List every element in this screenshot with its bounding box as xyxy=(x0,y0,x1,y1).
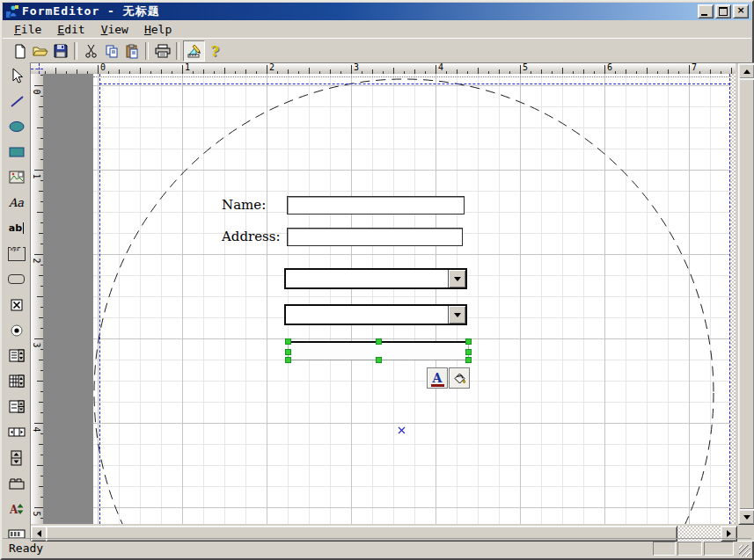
close-button[interactable]: × xyxy=(733,4,749,18)
design-mode-button[interactable] xyxy=(183,40,205,62)
listbox-tool[interactable] xyxy=(3,343,30,368)
checkbox-tool[interactable] xyxy=(3,292,30,317)
name-input[interactable] xyxy=(287,196,465,215)
title-bar[interactable]: FormEditor - 无标题 × xyxy=(3,3,751,20)
font-color-icon: A xyxy=(433,372,443,384)
image-tool[interactable] xyxy=(3,164,30,190)
radio-icon xyxy=(10,324,24,338)
resize-grip[interactable] xyxy=(739,545,750,556)
resize-handle-nw[interactable] xyxy=(285,338,291,345)
tabstrip-icon xyxy=(8,476,26,491)
grid-tool[interactable] xyxy=(3,368,30,394)
insertion-cross-marker xyxy=(397,425,406,435)
line-icon xyxy=(8,93,26,109)
window-title: FormEditor - 无标题 xyxy=(22,4,160,19)
save-button[interactable] xyxy=(50,41,70,61)
paste-button[interactable] xyxy=(121,41,142,61)
text-tool-icon: Aa xyxy=(9,196,24,209)
cut-button[interactable] xyxy=(81,41,101,61)
ellipse-tool[interactable] xyxy=(3,113,30,139)
menu-file[interactable]: File xyxy=(6,22,49,37)
app-window: FormEditor - 无标题 × File Edit View Help xyxy=(0,0,754,560)
hruler-label: 0 xyxy=(100,62,106,72)
combobox-1-value xyxy=(286,270,448,287)
resize-handle-e[interactable] xyxy=(465,349,472,355)
design-surface[interactable]: Name: Address: xyxy=(43,74,736,524)
font-scale-tool[interactable]: A xyxy=(3,496,30,521)
font-color-button[interactable]: A xyxy=(427,367,448,389)
maximize-button[interactable] xyxy=(715,4,731,18)
hruler-label: 1 xyxy=(185,62,190,72)
form-ellipse-shape[interactable] xyxy=(43,74,736,524)
progressbar-tool[interactable] xyxy=(3,521,30,540)
name-label: Name: xyxy=(222,197,266,213)
spinner-icon xyxy=(10,450,23,466)
spin-list-tool[interactable] xyxy=(3,394,30,419)
resize-handle-ne[interactable] xyxy=(465,338,472,345)
open-folder-icon xyxy=(32,44,48,58)
vruler-label: 5 xyxy=(32,509,41,520)
ellipse-icon xyxy=(8,120,26,134)
button-tool[interactable] xyxy=(3,266,30,292)
combobox-2-dropdown-button[interactable] xyxy=(448,306,465,324)
app-icon xyxy=(5,4,19,18)
status-panel xyxy=(677,542,702,556)
toolbar-separator xyxy=(145,42,149,60)
editbox-tool[interactable]: ab xyxy=(3,215,30,241)
resize-handle-se[interactable] xyxy=(465,357,472,363)
resize-handle-n[interactable] xyxy=(376,338,382,345)
hscrollbar-tool[interactable] xyxy=(3,419,30,445)
spin-list-icon xyxy=(8,399,26,414)
vertical-scroll-thumb[interactable] xyxy=(738,78,754,510)
address-input[interactable] xyxy=(287,228,463,246)
copy-button[interactable] xyxy=(101,41,121,61)
help-icon: ? xyxy=(211,43,219,60)
hruler-label: 2 xyxy=(269,62,275,72)
new-button[interactable] xyxy=(10,41,30,61)
open-button[interactable] xyxy=(30,41,50,61)
text-tool[interactable]: Aa xyxy=(3,190,30,215)
tabstrip-tool[interactable] xyxy=(3,470,30,496)
combobox-1[interactable] xyxy=(284,268,467,289)
hruler-label: 5 xyxy=(523,62,528,72)
label-tool-icon: xyz xyxy=(8,247,26,261)
font-scale-icon: A xyxy=(8,502,26,516)
toolbar-separator xyxy=(74,42,77,60)
combobox-2-value xyxy=(286,306,448,324)
menu-edit[interactable]: Edit xyxy=(49,22,92,37)
resize-handle-w[interactable] xyxy=(285,349,291,355)
vruler-label: 2 xyxy=(32,256,41,266)
minimize-icon xyxy=(701,14,707,16)
rectangle-tool[interactable] xyxy=(3,139,30,164)
fill-color-button[interactable] xyxy=(449,367,470,389)
help-button[interactable]: ? xyxy=(205,41,225,61)
line-tool[interactable] xyxy=(3,88,30,113)
hruler-label: 4 xyxy=(438,62,443,72)
print-button[interactable] xyxy=(152,41,172,61)
menu-view[interactable]: View xyxy=(93,22,136,37)
hruler-label: 6 xyxy=(607,62,612,72)
editbox-tool-icon: ab xyxy=(9,222,24,234)
combobox-2[interactable] xyxy=(284,304,467,325)
scroll-up-button[interactable] xyxy=(738,63,754,79)
vruler-label: 3 xyxy=(32,340,41,351)
scroll-down-button[interactable] xyxy=(738,509,754,525)
checkbox-icon xyxy=(10,298,24,312)
selected-textbox[interactable] xyxy=(288,341,469,360)
label-tool[interactable]: xyz xyxy=(3,241,30,266)
status-panel xyxy=(704,542,734,556)
minimize-button[interactable] xyxy=(698,4,714,18)
resize-handle-s[interactable] xyxy=(376,357,382,363)
vertical-scrollbar[interactable] xyxy=(737,63,754,524)
select-tool[interactable] xyxy=(3,62,30,88)
address-label: Address: xyxy=(222,229,281,244)
printer-icon xyxy=(155,44,171,58)
radio-tool[interactable] xyxy=(3,317,30,343)
spinner-tool[interactable] xyxy=(3,445,30,470)
resize-handle-sw[interactable] xyxy=(285,357,291,363)
toolbox: Aa ab xyz xyxy=(3,62,30,540)
rectangle-icon xyxy=(8,145,26,159)
menu-help[interactable]: Help xyxy=(136,22,179,37)
combobox-1-dropdown-button[interactable] xyxy=(448,270,465,287)
canvas-frame: 0 1 2 3 4 5 6 7 0 1 2 3 4 5 xyxy=(30,62,754,542)
